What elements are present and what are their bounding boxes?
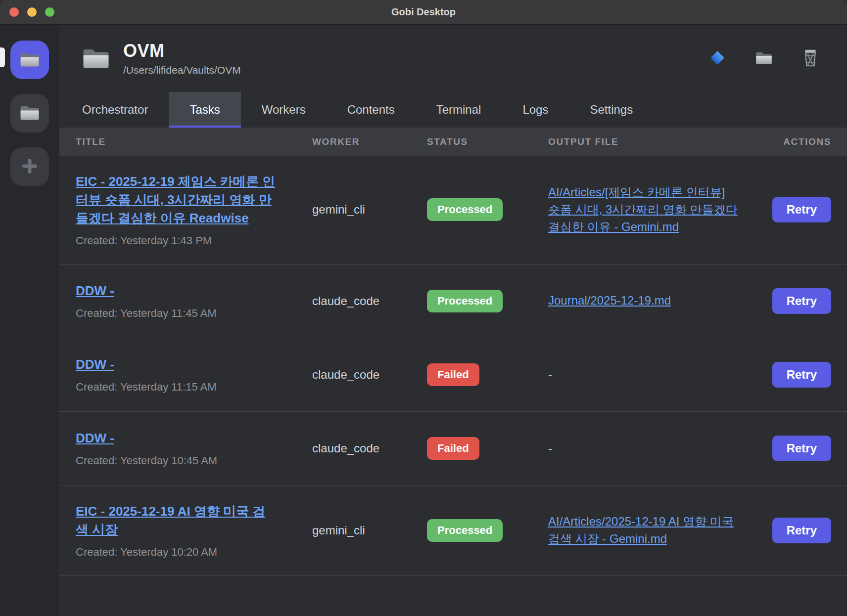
task-title-link[interactable]: EIC - 2025-12-19 AI 영향 미국 검색 시장	[76, 504, 265, 537]
tab-contents[interactable]: Contents	[327, 92, 416, 128]
folder-icon	[755, 48, 773, 69]
vault-header-actions	[708, 48, 819, 69]
titlebar: Gobi Desktop	[0, 0, 847, 25]
output-file-link[interactable]: AI/Articles/[제임스 카메론 인터뷰] 숏폼 시대, 3시간짜리 영…	[548, 185, 738, 233]
output-file-link[interactable]: Journal/2025-12-19.md	[548, 294, 671, 307]
worker-name: gemini_cli	[312, 524, 427, 537]
status-badge: Failed	[427, 437, 479, 460]
vault-title: OVM	[123, 41, 241, 61]
column-header-worker: WORKER	[312, 136, 427, 147]
task-table-body: EIC - 2025-12-19 제임스 카메론 인터뷰 숏폼 시대, 3시간짜…	[59, 156, 847, 616]
traffic-lights	[9, 0, 54, 24]
task-table-header: TITLE WORKER STATUS OUTPUT FILE ACTIONS	[59, 128, 847, 156]
retry-button[interactable]: Retry	[772, 362, 831, 388]
retry-button[interactable]: Retry	[772, 197, 831, 222]
worker-name: gemini_cli	[312, 203, 427, 217]
sidebar-vault-secondary[interactable]	[10, 94, 49, 132]
worker-name: claude_code	[312, 368, 427, 382]
task-created-label: Created: Yesterday 10:45 AM	[76, 454, 277, 467]
minimize-button[interactable]	[27, 7, 37, 17]
tab-logs[interactable]: Logs	[502, 92, 569, 128]
window-title: Gobi Desktop	[391, 6, 456, 18]
tab-workers[interactable]: Workers	[241, 92, 327, 128]
table-row: EIC - 2025-12-19 AI 영향 미국 검색 시장 Created:…	[59, 485, 847, 576]
task-created-label: Created: Yesterday 11:15 AM	[76, 381, 277, 394]
tab-settings[interactable]: Settings	[569, 92, 654, 128]
task-title-link[interactable]: EIC - 2025-12-19 제임스 카메론 인터뷰 숏폼 시대, 3시간짜…	[76, 174, 275, 225]
active-vault-indicator	[0, 47, 5, 67]
trash-icon	[801, 48, 819, 69]
status-badge: Processed	[427, 290, 503, 312]
column-header-status: STATUS	[427, 136, 548, 147]
retry-button[interactable]: Retry	[772, 436, 831, 461]
add-vault-button[interactable]	[10, 147, 49, 186]
column-header-output-file: OUTPUT FILE	[548, 136, 764, 147]
delete-vault-button[interactable]	[801, 48, 819, 69]
worker-name: claude_code	[312, 441, 427, 455]
plus-icon	[21, 158, 38, 176]
status-badge: Processed	[427, 519, 503, 542]
vault-sidebar	[0, 25, 59, 616]
table-row: EIC - 2025-12-19 제임스 카메론 인터뷰 숏폼 시대, 3시간짜…	[59, 156, 847, 264]
column-header-actions: ACTIONS	[764, 136, 831, 147]
zoom-button[interactable]	[45, 7, 54, 17]
retry-button[interactable]: Retry	[772, 518, 831, 543]
table-row: DDW - Created: Yesterday 10:45 AM claude…	[59, 412, 847, 485]
retry-button[interactable]: Retry	[772, 288, 831, 314]
tab-tasks[interactable]: Tasks	[169, 92, 240, 128]
app-window: Gobi Desktop	[0, 0, 847, 616]
open-folder-button[interactable]	[755, 48, 773, 69]
column-header-title: TITLE	[76, 136, 312, 147]
folder-icon	[19, 50, 40, 70]
output-file-empty: -	[548, 368, 552, 381]
output-file-link[interactable]: AI/Articles/2025-12-19 AI 영향 미국 검색 시장 - …	[548, 515, 734, 545]
task-title-link[interactable]: DDW -	[76, 283, 114, 298]
vault-header: OVM /Users/lifidea/Vaults/OVM	[59, 25, 847, 92]
tab-orchestrator[interactable]: Orchestrator	[61, 92, 169, 128]
output-file-empty: -	[548, 441, 552, 455]
status-badge: Failed	[427, 363, 479, 386]
blue-diamond-icon	[708, 48, 726, 69]
close-button[interactable]	[9, 7, 19, 17]
folder-icon	[82, 46, 110, 70]
diamond-action-button[interactable]	[708, 48, 726, 69]
task-created-label: Created: Yesterday 1:43 PM	[76, 234, 277, 247]
sidebar-vault-ovm[interactable]	[10, 41, 49, 79]
task-created-label: Created: Yesterday 11:45 AM	[76, 307, 277, 320]
worker-name: claude_code	[312, 294, 427, 308]
status-badge: Processed	[427, 198, 503, 221]
tab-bar: Orchestrator Tasks Workers Contents Term…	[59, 92, 847, 128]
task-title-link[interactable]: DDW -	[76, 431, 114, 445]
task-title-link[interactable]: DDW -	[76, 357, 114, 372]
task-created-label: Created: Yesterday 10:20 AM	[76, 546, 277, 559]
table-row: DDW - Created: Yesterday 11:15 AM claude…	[59, 338, 847, 412]
folder-icon	[19, 104, 40, 123]
tab-terminal[interactable]: Terminal	[416, 92, 502, 128]
table-row: DDW - Created: Yesterday 11:45 AM claude…	[59, 264, 847, 338]
vault-path: /Users/lifidea/Vaults/OVM	[123, 64, 241, 76]
